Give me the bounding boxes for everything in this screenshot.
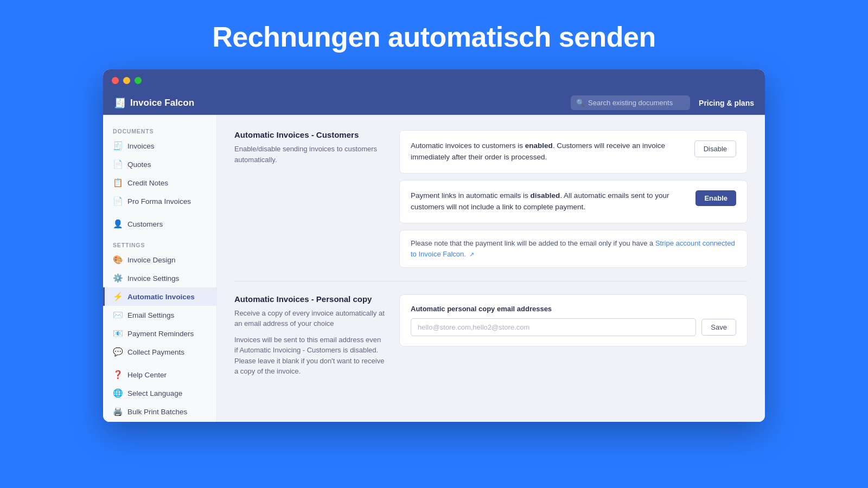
brand-name: Invoice Falcon [130, 98, 194, 108]
help-center-label: Help Center [127, 371, 167, 379]
payment-links-card: Payment links in automatic emails is dis… [399, 180, 748, 223]
invoices-icon: 🧾 [113, 141, 123, 151]
sidebar-item-invoices[interactable]: 🧾 Invoices [103, 137, 216, 155]
app-window: 🧾 Invoice Falcon 🔍 Pricing & plans DOCUM… [103, 69, 765, 422]
brand: 🧾 Invoice Falcon [114, 97, 194, 109]
sidebar-item-collect-payments[interactable]: 💬 Collect Payments [103, 343, 216, 361]
card2-text-bold: disabled [531, 191, 560, 200]
personal-copy-card: Automatic personal copy email addresses … [399, 294, 748, 346]
sidebar-item-bulk-print[interactable]: 🖨️ Bulk Print Batches [103, 402, 216, 421]
sidebar-item-help-center[interactable]: ❓ Help Center [103, 365, 216, 384]
pro-forma-icon: 📄 [113, 196, 123, 206]
stripe-note-card: Please note that the payment link will b… [399, 230, 748, 268]
external-link-icon: ↗ [469, 251, 474, 258]
auto-invoices-card: Automatic invoices to customers is enabl… [399, 130, 748, 174]
invoice-settings-label: Invoice Settings [127, 274, 179, 282]
sidebar-item-pro-forma[interactable]: 📄 Pro Forma Invoices [103, 192, 216, 210]
bulk-print-label: Bulk Print Batches [127, 408, 187, 416]
settings-section-label: SETTINGS [103, 237, 216, 251]
section-customers-title: Automatic Invoices - Customers [234, 130, 386, 139]
sidebar-item-customers[interactable]: 👤 Customers [103, 215, 216, 233]
section-divider [234, 281, 748, 281]
personal-copy-label: Automatic personal copy email addresses [411, 305, 736, 313]
main-content: Automatic Invoices - Customers Enable/di… [217, 115, 765, 422]
section-personal-title: Automatic Invoices - Personal copy [234, 294, 386, 304]
help-center-icon: ❓ [113, 370, 123, 380]
search-input[interactable] [571, 95, 690, 110]
payment-reminders-label: Payment Reminders [127, 330, 194, 338]
bulk-print-icon: 🖨️ [113, 407, 123, 416]
email-input[interactable] [411, 318, 696, 336]
customers-label: Customers [127, 220, 163, 228]
section-customers-desc: Enable/disable sending invoices to custo… [234, 144, 386, 165]
email-settings-icon: ✉️ [113, 310, 123, 320]
section-personal-right: Automatic personal copy email addresses … [399, 294, 748, 377]
pro-forma-label: Pro Forma Invoices [127, 197, 191, 206]
documents-section-label: DOCUMENTS [103, 124, 216, 137]
card1-text-prefix: Automatic invoices to customers is [411, 142, 525, 150]
select-language-label: Select Language [127, 389, 182, 397]
section-personal-desc1: Receive a copy of every invoice automati… [234, 308, 386, 329]
navbar: 🧾 Invoice Falcon 🔍 Pricing & plans [103, 91, 765, 115]
credit-notes-label: Credit Notes [127, 179, 168, 187]
quotes-label: Quotes [127, 160, 151, 169]
section-customers-right: Automatic invoices to customers is enabl… [399, 130, 748, 268]
sidebar-item-support-us[interactable]: ❤️ Support us [103, 421, 216, 422]
automatic-invoices-icon: ⚡ [113, 292, 123, 301]
note-text-prefix: Please note that the payment link will b… [411, 239, 655, 247]
quotes-icon: 📄 [113, 159, 123, 169]
sidebar-item-email-settings[interactable]: ✉️ Email Settings [103, 306, 216, 324]
customers-icon: 👤 [113, 219, 123, 229]
sidebar-item-select-language[interactable]: 🌐 Select Language [103, 384, 216, 402]
section-personal-left: Automatic Invoices - Personal copy Recei… [234, 294, 386, 377]
brand-icon: 🧾 [114, 97, 126, 109]
invoice-design-label: Invoice Design [127, 256, 176, 264]
sidebar-item-credit-notes[interactable]: 📋 Credit Notes [103, 174, 216, 192]
search-icon: 🔍 [576, 99, 585, 107]
section-personal-copy: Automatic Invoices - Personal copy Recei… [234, 294, 748, 377]
card2-text-prefix: Payment links in automatic emails is [411, 191, 531, 200]
sidebar-item-invoice-settings[interactable]: ⚙️ Invoice Settings [103, 269, 216, 287]
section-customers: Automatic Invoices - Customers Enable/di… [234, 130, 748, 268]
collect-payments-label: Collect Payments [127, 348, 184, 356]
sidebar-item-invoice-design[interactable]: 🎨 Invoice Design [103, 251, 216, 269]
automatic-invoices-label: Automatic Invoices [127, 293, 195, 301]
card1-text-bold: enabled [525, 142, 553, 150]
auto-invoices-text: Automatic invoices to customers is enabl… [411, 140, 686, 163]
titlebar-minimize-dot[interactable] [123, 77, 130, 84]
credit-notes-icon: 📋 [113, 178, 123, 188]
titlebar-maximize-dot[interactable] [135, 77, 142, 84]
section-customers-left: Automatic Invoices - Customers Enable/di… [234, 130, 386, 268]
sidebar-item-quotes[interactable]: 📄 Quotes [103, 155, 216, 174]
save-button[interactable]: Save [701, 319, 736, 336]
enable-button[interactable]: Enable [695, 190, 736, 206]
sidebar-item-payment-reminders[interactable]: 📧 Payment Reminders [103, 324, 216, 343]
payment-reminders-icon: 📧 [113, 329, 123, 338]
section-personal-desc2: Invoices will be sent to this email addr… [234, 335, 386, 377]
titlebar [103, 69, 765, 91]
select-language-icon: 🌐 [113, 388, 123, 398]
disable-button[interactable]: Disable [694, 140, 736, 157]
invoice-design-icon: 🎨 [113, 255, 123, 265]
payment-links-text: Payment links in automatic emails is dis… [411, 190, 687, 213]
invoice-settings-icon: ⚙️ [113, 273, 123, 283]
pricing-button[interactable]: Pricing & plans [699, 99, 754, 107]
hero-title: Rechnungen automatisch senden [190, 0, 678, 69]
main-layout: DOCUMENTS 🧾 Invoices 📄 Quotes 📋 Credit N… [103, 115, 765, 422]
sidebar: DOCUMENTS 🧾 Invoices 📄 Quotes 📋 Credit N… [103, 115, 217, 422]
invoices-label: Invoices [127, 142, 155, 150]
collect-payments-icon: 💬 [113, 347, 123, 357]
search-wrap: 🔍 [571, 95, 690, 110]
sidebar-item-automatic-invoices[interactable]: ⚡ Automatic Invoices [103, 287, 216, 306]
titlebar-close-dot[interactable] [112, 77, 119, 84]
email-input-row: Save [411, 318, 736, 336]
email-settings-label: Email Settings [127, 311, 174, 319]
navbar-right: 🔍 Pricing & plans [571, 95, 754, 110]
stripe-note-text: Please note that the payment link will b… [411, 238, 736, 260]
